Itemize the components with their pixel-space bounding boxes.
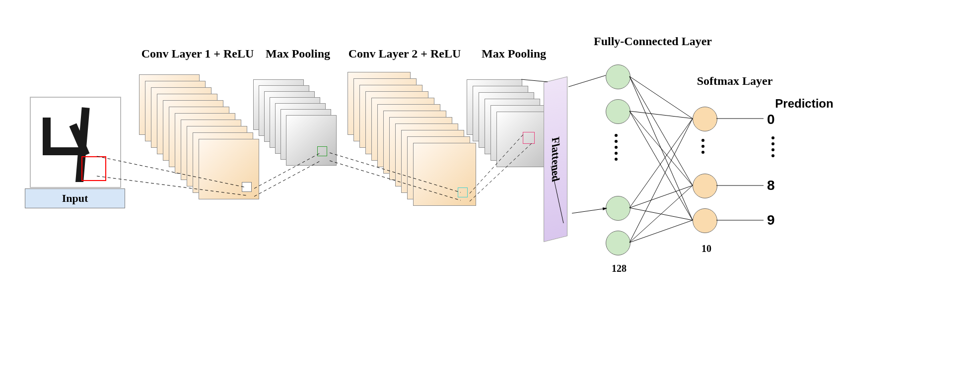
svg-line-13: [630, 76, 693, 185]
svg-line-20: [630, 208, 693, 220]
svg-line-21: [630, 119, 693, 243]
svg-line-14: [630, 76, 693, 220]
svg-line-19: [630, 185, 693, 208]
conv1-front: [199, 139, 259, 199]
svg-line-18: [630, 119, 693, 208]
svg-line-8: [521, 79, 548, 82]
svg-line-22: [630, 185, 693, 243]
svg-line-16: [630, 111, 693, 185]
label-softmax: Softmax Layer: [675, 74, 794, 88]
svg-line-11: [572, 208, 607, 213]
input-roi: [81, 156, 106, 181]
conv2-front: [413, 143, 476, 206]
label-pool2: Max Pooling: [464, 47, 563, 61]
prediction-2: 9: [767, 212, 775, 228]
flatten-block: Flattened: [544, 76, 567, 242]
flatten-label: Flattened: [549, 135, 562, 183]
svg-line-15: [630, 111, 693, 119]
input-image: [36, 103, 115, 182]
label-conv2: Conv Layer 2 + ReLU: [330, 47, 479, 61]
pool1-front: [286, 115, 337, 166]
input-badge: Input: [25, 188, 125, 208]
svg-line-23: [630, 220, 693, 243]
prediction-0: 0: [767, 112, 775, 127]
input-image-frame: [30, 97, 121, 188]
svg-line-17: [630, 111, 693, 220]
fc-count: 128: [602, 263, 636, 274]
svg-line-3: [254, 161, 321, 196]
label-fc: Fully-Connected Layer: [578, 35, 727, 48]
label-prediction: Prediction: [755, 97, 854, 111]
softmax-count: 10: [689, 243, 724, 254]
svg-line-10: [568, 75, 606, 87]
prediction-1: 8: [767, 178, 775, 193]
